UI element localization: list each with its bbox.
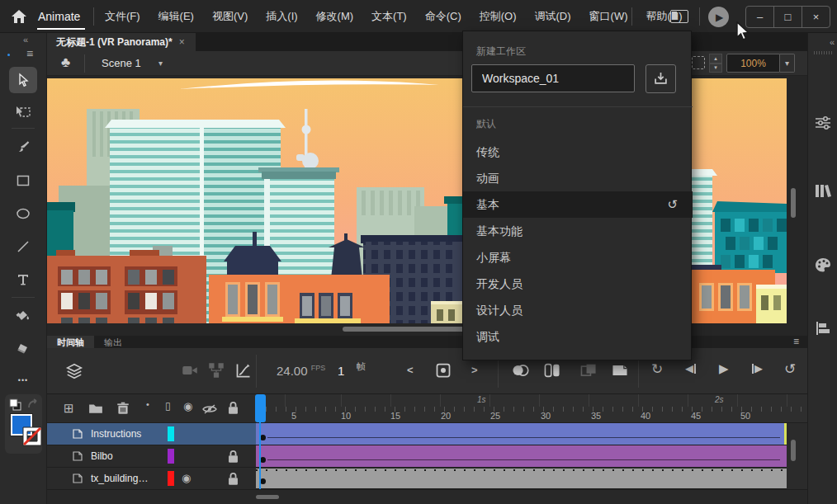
- new-layer-icon[interactable]: ⊞: [64, 401, 74, 416]
- workspace-name-input[interactable]: [471, 64, 635, 92]
- tab-close-icon[interactable]: ×: [179, 36, 185, 48]
- layers-icon[interactable]: [65, 362, 83, 380]
- menu-window[interactable]: 窗口(W): [589, 9, 628, 24]
- onion-skin-outline-icon[interactable]: [543, 362, 561, 379]
- layer-color-swatch[interactable]: [168, 471, 174, 486]
- play-button[interactable]: ▶: [719, 361, 729, 376]
- scene-name[interactable]: Scene 1: [102, 57, 141, 69]
- track-tx-building[interactable]: [256, 469, 787, 489]
- zoom-level-input[interactable]: 100%: [726, 54, 780, 73]
- go-to-first-frame-icon[interactable]: ◀: [685, 362, 696, 374]
- new-folder-icon[interactable]: [88, 401, 103, 416]
- fps-value[interactable]: 24.00 FPS: [277, 364, 325, 378]
- layer-highlight-icon[interactable]: ◉: [182, 472, 191, 484]
- library-icon[interactable]: [814, 181, 832, 200]
- collapse-tools-icon[interactable]: «: [23, 35, 26, 45]
- zoom-dropdown[interactable]: ▾: [780, 54, 795, 73]
- workspace-item-basic[interactable]: 基本 ↺: [463, 191, 693, 218]
- menu-text[interactable]: 文本(T): [371, 9, 407, 24]
- timeline-horizontal-scrollbar[interactable]: [256, 495, 279, 499]
- layer-parenting-icon[interactable]: [208, 362, 225, 379]
- color-palette-icon[interactable]: [814, 256, 832, 274]
- workspace-item-debug[interactable]: 调试: [463, 323, 693, 350]
- align-icon[interactable]: [814, 319, 832, 337]
- menu-insert[interactable]: 插入(I): [266, 9, 297, 24]
- home-icon[interactable]: [10, 7, 28, 26]
- line-tool[interactable]: [9, 233, 37, 260]
- layer-row-tx-building[interactable]: tx_building… ◉: [47, 468, 256, 490]
- stage-vertical-scrollbar[interactable]: [791, 188, 796, 218]
- menu-commands[interactable]: 命令(C): [425, 9, 461, 24]
- rewind-loop-icon[interactable]: ↺: [784, 360, 796, 378]
- outline-view-icon[interactable]: ▯: [165, 400, 171, 412]
- highlight-layers-icon[interactable]: ◉: [183, 400, 192, 412]
- properties-icon[interactable]: [814, 114, 832, 132]
- previous-keyframe-icon[interactable]: <: [407, 364, 414, 376]
- step-forward-icon[interactable]: ▶: [752, 362, 763, 374]
- lock-all-layers-icon[interactable]: [227, 401, 239, 415]
- layer-row-bilbo[interactable]: Bilbo: [47, 445, 256, 468]
- stage-horizontal-scrollbar[interactable]: [343, 327, 466, 332]
- tab-output[interactable]: 输出: [94, 336, 132, 348]
- tab-timeline[interactable]: 时间轴: [47, 336, 94, 348]
- current-frame-value[interactable]: 1: [338, 364, 344, 378]
- layer-color-swatch[interactable]: [168, 449, 174, 464]
- menu-file[interactable]: 文件(F): [105, 9, 140, 24]
- show-all-dot-icon[interactable]: •: [146, 399, 149, 409]
- brush-tool[interactable]: [9, 134, 37, 161]
- track-bilbo[interactable]: [256, 445, 787, 468]
- onion-skin-icon[interactable]: [511, 362, 529, 379]
- close-button[interactable]: ×: [802, 7, 830, 27]
- loop-playback-icon[interactable]: ↻: [651, 360, 663, 378]
- zoom-stepper[interactable]: ▴ ▾: [709, 54, 722, 73]
- test-movie-play-button[interactable]: ▶: [708, 7, 729, 27]
- menu-edit[interactable]: 编辑(E): [158, 9, 194, 24]
- symbol-club-icon[interactable]: ♣: [61, 54, 70, 71]
- swap-colors-icon[interactable]: [26, 398, 40, 412]
- timeline-ruler[interactable]: 1s 2s 5 10 15 20 25 30 35 40 45 50: [256, 394, 807, 423]
- next-keyframe-icon[interactable]: >: [471, 364, 478, 376]
- rectangle-tool[interactable]: [9, 167, 37, 194]
- layer-lock-icon[interactable]: [227, 450, 239, 464]
- workspace-item-designer[interactable]: 设计人员: [463, 297, 693, 323]
- expand-dock-icon[interactable]: «: [830, 37, 833, 47]
- stroke-color-swatch[interactable]: [21, 426, 43, 447]
- selection-tool[interactable]: [9, 67, 37, 93]
- menu-view[interactable]: 视图(V): [212, 9, 248, 24]
- track-instructions[interactable]: [256, 423, 787, 445]
- clip-content-icon[interactable]: [692, 56, 705, 69]
- hide-all-layers-icon[interactable]: [202, 403, 217, 416]
- layer-row-instructions[interactable]: Instructions: [47, 423, 256, 445]
- zoom-step-up-icon[interactable]: ▴: [709, 54, 722, 64]
- workspace-item-classic[interactable]: 传统: [463, 139, 693, 165]
- reset-workspace-icon[interactable]: ↺: [667, 191, 678, 218]
- workspace-item-animation[interactable]: 动画: [463, 165, 693, 191]
- maximize-button[interactable]: □: [774, 7, 802, 27]
- workspace-item-small-screen[interactable]: 小屏幕: [463, 244, 693, 271]
- workspace-item-essentials[interactable]: 基本功能: [463, 218, 693, 244]
- document-tab[interactable]: 无标题-1 (VR Panorama)* ×: [47, 33, 196, 51]
- eraser-tool[interactable]: [9, 335, 37, 361]
- timeline-panel-menu-icon[interactable]: ≡: [793, 336, 799, 347]
- timeline-vertical-scrollbar[interactable]: [791, 440, 796, 461]
- default-colors-icon[interactable]: [9, 398, 22, 412]
- more-tools-button[interactable]: •••: [9, 373, 37, 388]
- oval-tool[interactable]: [9, 200, 37, 227]
- layer-lock-icon[interactable]: [227, 472, 239, 486]
- graph-editor-icon[interactable]: [235, 362, 252, 379]
- minimize-button[interactable]: –: [746, 7, 774, 27]
- tools-panel-menu-icon[interactable]: ≡: [26, 47, 33, 60]
- insert-frame-icon[interactable]: [611, 362, 629, 379]
- menu-control[interactable]: 控制(O): [480, 9, 517, 24]
- subselection-tool[interactable]: [9, 99, 37, 125]
- text-tool[interactable]: [9, 266, 37, 293]
- delete-layer-icon[interactable]: [116, 401, 130, 416]
- workspace-item-developer[interactable]: 开发人员: [463, 271, 693, 297]
- menu-modify[interactable]: 修改(M): [316, 9, 354, 24]
- menu-debug[interactable]: 调试(D): [535, 9, 571, 24]
- edit-multiple-frames-icon[interactable]: [579, 362, 598, 379]
- zoom-step-down-icon[interactable]: ▾: [709, 64, 722, 73]
- dock-grip[interactable]: [814, 51, 832, 54]
- layer-color-swatch[interactable]: [168, 426, 174, 441]
- scene-chevron-icon[interactable]: ▾: [158, 59, 163, 68]
